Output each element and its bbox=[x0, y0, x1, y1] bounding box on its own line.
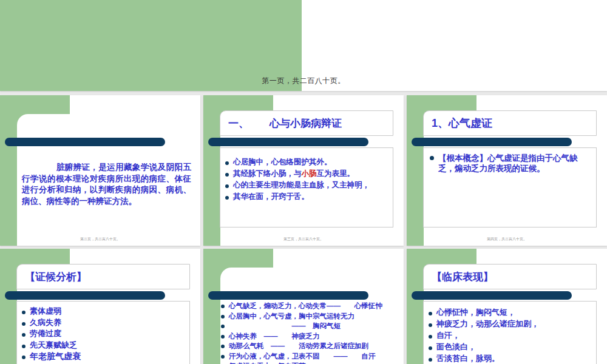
bullet-text: 年老脏气虚衰 bbox=[30, 352, 185, 360]
bullet-icon bbox=[22, 356, 25, 359]
green-strip-decoration bbox=[203, 249, 220, 364]
bullet-icon bbox=[430, 156, 434, 160]
green-strip-decoration bbox=[407, 95, 424, 246]
content-box: 心悸怔忡，胸闷气短， 神疲乏力，动那么诸症加剧， 自汗， 面色淡白， 舌淡苔白，… bbox=[423, 301, 597, 364]
bullet-text: 其华在面，开窍于舌。 bbox=[233, 192, 388, 201]
bullet-item: 汗为心液，心气虚，卫表不固 —— 自汗 bbox=[220, 352, 399, 360]
bullet-text: 素体虚弱 bbox=[30, 307, 185, 315]
title-box: 【临床表现】 bbox=[423, 264, 597, 289]
slide-thumbnail-1[interactable]: 第一页，共二百八十页。 bbox=[0, 0, 607, 91]
bullet-icon bbox=[22, 333, 25, 337]
bullet-text: 其经脉下络小肠，与小肠互为表里。 bbox=[233, 169, 388, 178]
bullet-icon bbox=[429, 312, 432, 315]
bullet-icon bbox=[221, 335, 225, 339]
slide-page-footer: 第二页，共二百八十页。 bbox=[0, 237, 200, 242]
slide-title: 1、心气虚证 bbox=[432, 116, 492, 130]
bullet-icon bbox=[225, 173, 229, 177]
bullet-item: 心神失养 —— 神疲乏力 bbox=[220, 332, 399, 340]
slide-thumbnail-5[interactable]: 【证候分析】 素体虚弱 久病失养 劳倦过度 先天禀赋缺乏 年老脏气虚衰 bbox=[0, 249, 200, 364]
bullet-item: —— 胸闷气短 bbox=[220, 322, 399, 330]
slide-page-footer: 第三页，共二百八十页。 bbox=[203, 237, 404, 242]
divider-bar bbox=[5, 291, 165, 300]
bullet-item: 神疲乏力，动那么诸症加剧， bbox=[427, 320, 591, 328]
bullet-text: 【根本概念】心气虚证是指由于心气缺乏，煽动乏力所表现的证候。 bbox=[438, 153, 591, 174]
bullet-text: 心悸怔忡，胸闷气短， bbox=[436, 308, 591, 317]
bullet-item: 先天禀赋缺乏 bbox=[21, 341, 185, 349]
bullet-icon bbox=[429, 323, 432, 327]
bullet-item: 心气缺乏，煽动乏力，心动失常—— 心悸怔忡 bbox=[220, 302, 399, 310]
bullet-icon bbox=[429, 335, 432, 339]
bullet-item: 其经脉下络小肠，与小肠互为表里。 bbox=[224, 169, 388, 178]
bullet-text: 动那么气耗 —— 活动劳累之后诸症加剧 bbox=[229, 342, 399, 350]
bullet-item: 自汗， bbox=[427, 331, 591, 340]
bullet-item: 【根本概念】心气虚证是指由于心气缺乏，煽动乏力所表现的证候。 bbox=[429, 153, 591, 174]
bullet-item: 劳倦过度 bbox=[21, 329, 185, 338]
bullet-list: 心气缺乏，煽动乏力，心动失常—— 心悸怔忡 心居胸中，心气亏虚，胸中宗气运转无力… bbox=[220, 302, 399, 364]
bullet-icon bbox=[221, 345, 225, 348]
bullet-text: 神疲乏力，动那么诸症加剧， bbox=[436, 320, 591, 328]
divider-bar bbox=[412, 138, 572, 146]
slide-title: 一、 心与小肠病辩证 bbox=[228, 116, 342, 130]
slide-title: 【证候分析】 bbox=[25, 270, 87, 284]
bullet-icon bbox=[22, 345, 25, 348]
title-box: 一、 心与小肠病辩证 bbox=[220, 110, 393, 136]
bullet-text: 心居胸中，心包络围护其外。 bbox=[233, 158, 388, 166]
highlighted-term: 小肠 bbox=[302, 169, 317, 178]
bullet-icon bbox=[22, 311, 25, 314]
title-box: 【证候分析】 bbox=[16, 264, 190, 289]
bullet-text: 汗为心液，心气虚，卫表不固 —— 自汗 bbox=[229, 352, 399, 360]
bullet-item: 心的主要生理功能是主血脉，又主神明， bbox=[224, 181, 388, 189]
bullet-icon bbox=[225, 184, 229, 188]
divider-bar bbox=[412, 291, 572, 300]
slide-thumbnail-6[interactable]: 心气缺乏，煽动乏力，心动失常—— 心悸怔忡 心居胸中，心气亏虚，胸中宗气运转无力… bbox=[203, 249, 404, 364]
bullet-text: 心神失养 —— 神疲乏力 bbox=[229, 332, 399, 340]
bullet-text: 自汗， bbox=[436, 331, 591, 340]
slide-thumbnail-3[interactable]: 一、 心与小肠病辩证 心居胸中，心包络围护其外。 其经脉下络小肠，与小肠互为表里… bbox=[203, 95, 404, 246]
bullet-text: —— 胸闷气短 bbox=[229, 322, 399, 330]
slide-thumbnail-4[interactable]: 1、心气虚证 【根本概念】心气虚证是指由于心气缺乏，煽动乏力所表现的证候。 第四… bbox=[407, 95, 607, 246]
bullet-icon bbox=[429, 346, 432, 350]
slide-title: 【临床表现】 bbox=[432, 270, 493, 284]
bullet-item: 舌淡苔白，脉弱。 bbox=[427, 354, 591, 363]
bullet-icon bbox=[221, 325, 225, 328]
bullet-icon bbox=[225, 161, 229, 165]
bullet-icon bbox=[221, 305, 225, 308]
bullet-icon bbox=[22, 322, 25, 326]
bullet-text: 先天禀赋缺乏 bbox=[30, 341, 185, 349]
bullet-icon bbox=[429, 358, 432, 362]
divider-bar bbox=[208, 291, 368, 300]
bullet-item: 其华在面，开窍于舌。 bbox=[224, 192, 388, 201]
slide-viewer: 第一页，共二百八十页。 脏腑辨证，是运用藏象学说及阴阳五行学说的根本理论对疾病所… bbox=[0, 0, 607, 364]
bullet-item: 年老脏气虚衰 bbox=[21, 352, 185, 360]
bullet-item: 心居胸中，心气亏虚，胸中宗气运转无力 bbox=[220, 312, 399, 320]
green-strip-decoration bbox=[0, 249, 17, 364]
bullet-item: 心居胸中，心包络围护其外。 bbox=[224, 158, 388, 166]
bullet-text: 舌淡苔白，脉弱。 bbox=[436, 354, 591, 363]
slide-paragraph: 脏腑辨证，是运用藏象学说及阴阳五行学说的根本理论对疾病所出现的病症、体征进行分析… bbox=[22, 162, 191, 207]
green-strip-decoration bbox=[407, 249, 424, 364]
bullet-text: 劳倦过度 bbox=[30, 329, 185, 338]
content-box: 素体虚弱 久病失养 劳倦过度 先天禀赋缺乏 年老脏气虚衰 bbox=[16, 301, 190, 364]
slide-thumbnail-7[interactable]: 【临床表现】 心悸怔忡，胸闷气短， 神疲乏力，动那么诸症加剧， 自汗， 面色淡白… bbox=[407, 249, 607, 364]
bullet-icon bbox=[221, 315, 225, 318]
green-strip-decoration bbox=[203, 95, 220, 246]
slide1-page-footer: 第一页，共二百八十页。 bbox=[0, 76, 607, 86]
divider-bar bbox=[208, 138, 368, 146]
content-box: 心居胸中，心包络围护其外。 其经脉下络小肠，与小肠互为表里。 心的主要生理功能是… bbox=[220, 147, 393, 228]
green-strip-decoration bbox=[0, 95, 17, 246]
bullet-icon bbox=[225, 196, 229, 200]
bullet-text: 心的主要生理功能是主血脉，又主神明， bbox=[233, 181, 388, 189]
bullet-text: 心居胸中，心气亏虚，胸中宗气运转无力 bbox=[229, 312, 399, 320]
bullet-icon bbox=[221, 355, 225, 359]
bullet-item: 久病失养 bbox=[21, 318, 185, 327]
content-box: 【根本概念】心气虚证是指由于心气缺乏，煽动乏力所表现的证候。 bbox=[423, 147, 597, 228]
bullet-item: 动那么气耗 —— 活动劳累之后诸症加剧 bbox=[220, 342, 399, 350]
bullet-item: 素体虚弱 bbox=[21, 307, 185, 315]
bullet-item: 面色淡白， bbox=[427, 343, 591, 351]
bullet-item: 心悸怔忡，胸闷气短， bbox=[427, 308, 591, 317]
bullet-text: 久病失养 bbox=[30, 318, 185, 327]
bullet-text: 心气缺乏，煽动乏力，心动失常—— 心悸怔忡 bbox=[229, 302, 399, 310]
slide-page-footer: 第四页，共二百八十页。 bbox=[407, 237, 607, 242]
slide-thumbnail-2[interactable]: 脏腑辨证，是运用藏象学说及阴阳五行学说的根本理论对疾病所出现的病症、体征进行分析… bbox=[0, 95, 200, 246]
title-box: 1、心气虚证 bbox=[423, 110, 597, 136]
